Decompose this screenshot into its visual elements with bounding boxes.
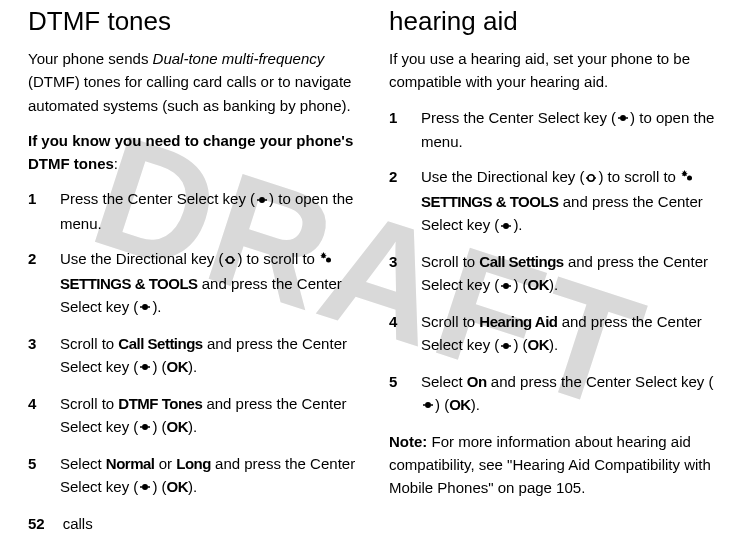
menu-label: DTMF Tones	[118, 395, 202, 412]
gear-icon	[319, 248, 333, 271]
text: Scroll to	[60, 395, 118, 412]
svg-point-0	[257, 199, 259, 201]
center-select-icon	[499, 274, 513, 297]
text: ).	[471, 396, 480, 413]
text: ) (	[513, 276, 527, 293]
center-select-icon	[138, 295, 152, 318]
text: ) (	[152, 358, 166, 375]
center-select-icon	[616, 106, 630, 129]
page-number: 52	[28, 515, 45, 532]
text: Use the Directional key (	[60, 250, 223, 267]
svg-point-21	[620, 115, 626, 121]
svg-point-31	[501, 285, 503, 287]
text: ).	[549, 276, 558, 293]
center-select-icon	[138, 415, 152, 438]
text: Your phone sends	[28, 50, 153, 67]
heading-dtmf: DTMF tones	[28, 6, 357, 37]
ok-label: OK	[167, 478, 189, 495]
ok-label: OK	[528, 276, 550, 293]
page-footer: 52calls	[28, 515, 93, 532]
menu-label: Call Settings	[479, 253, 563, 270]
svg-point-9	[142, 304, 148, 310]
svg-point-17	[140, 486, 142, 488]
svg-point-27	[687, 175, 692, 180]
note-body: For more information about hearing aid c…	[389, 433, 711, 497]
svg-point-29	[503, 223, 509, 229]
text: ).	[549, 336, 558, 353]
text-bold: If you know you need to change your phon…	[28, 132, 353, 172]
text: and press the Center Select key (	[487, 373, 714, 390]
text: Use the Directional key (	[421, 168, 584, 185]
svg-point-36	[509, 345, 511, 347]
step-5: Select On and press the Center Select ke…	[389, 370, 718, 418]
menu-label: Long	[176, 455, 211, 472]
text: ) (	[152, 418, 166, 435]
step-2: Use the Directional key () to scroll to …	[28, 247, 357, 320]
directional-key-icon	[584, 166, 598, 189]
svg-point-22	[626, 117, 628, 119]
center-select-icon	[499, 214, 513, 237]
section-name: calls	[63, 515, 93, 532]
text: Press the Center Select key (	[421, 109, 616, 126]
text: ) to scroll to	[237, 250, 319, 267]
text: ).	[188, 478, 197, 495]
center-select-icon	[499, 334, 513, 357]
svg-point-4	[227, 256, 233, 262]
menu-label: SETTINGS & TOOLS	[60, 275, 198, 292]
text: or	[155, 455, 177, 472]
menu-label: On	[467, 373, 487, 390]
text: (DTMF) tones for calling card calls or t…	[28, 73, 351, 113]
svg-point-39	[431, 404, 433, 406]
step-4: Scroll to DTMF Tones and press the Cente…	[28, 392, 357, 440]
svg-point-33	[509, 285, 511, 287]
svg-point-35	[503, 343, 509, 349]
step-3: Scroll to Call Settings and press the Ce…	[389, 250, 718, 298]
svg-point-30	[509, 225, 511, 227]
text: Press the Center Select key (	[60, 190, 255, 207]
ok-label: OK	[167, 358, 189, 375]
menu-label: Hearing Aid	[479, 313, 557, 330]
page-content: DTMF tones Your phone sends Dual-tone mu…	[0, 0, 738, 511]
svg-point-1	[259, 197, 265, 203]
hearing-aid-intro: If you use a hearing aid, set your phone…	[389, 47, 718, 94]
text-italic: Dual-tone multi-frequency	[153, 50, 325, 67]
ok-label: OK	[167, 418, 189, 435]
text: Scroll to	[60, 335, 118, 352]
svg-point-19	[148, 486, 150, 488]
svg-point-20	[618, 117, 620, 119]
text: ).	[188, 358, 197, 375]
text: ) (	[513, 336, 527, 353]
text: Scroll to	[421, 253, 479, 270]
svg-point-37	[423, 404, 425, 406]
hearing-aid-note: Note: For more information about hearing…	[389, 430, 718, 500]
ok-label: OK	[528, 336, 550, 353]
left-column: DTMF tones Your phone sends Dual-tone mu…	[28, 6, 357, 511]
text: Select	[60, 455, 106, 472]
text: ).	[188, 418, 197, 435]
menu-label: Call Settings	[118, 335, 202, 352]
text: ).	[152, 298, 161, 315]
svg-point-7	[326, 257, 331, 262]
svg-point-5	[233, 259, 235, 261]
svg-point-16	[148, 426, 150, 428]
dtmf-intro: Your phone sends Dual-tone multi-frequen…	[28, 47, 357, 117]
dtmf-steps: Press the Center Select key () to open t…	[28, 187, 357, 499]
svg-point-2	[265, 199, 267, 201]
center-select-icon	[138, 355, 152, 378]
text: ).	[513, 216, 522, 233]
center-select-icon	[138, 475, 152, 498]
gear-icon	[680, 166, 694, 189]
dtmf-bold-line: If you know you need to change your phon…	[28, 129, 357, 176]
svg-point-14	[140, 426, 142, 428]
svg-point-38	[425, 402, 431, 408]
svg-point-32	[503, 283, 509, 289]
svg-point-12	[142, 364, 148, 370]
text: ) (	[435, 396, 449, 413]
center-select-icon	[255, 188, 269, 211]
step-1: Press the Center Select key () to open t…	[389, 106, 718, 154]
note-label: Note:	[389, 433, 427, 450]
step-2: Use the Directional key () to scroll to …	[389, 165, 718, 238]
svg-point-18	[142, 484, 148, 490]
menu-label: Normal	[106, 455, 155, 472]
text: Select	[421, 373, 467, 390]
